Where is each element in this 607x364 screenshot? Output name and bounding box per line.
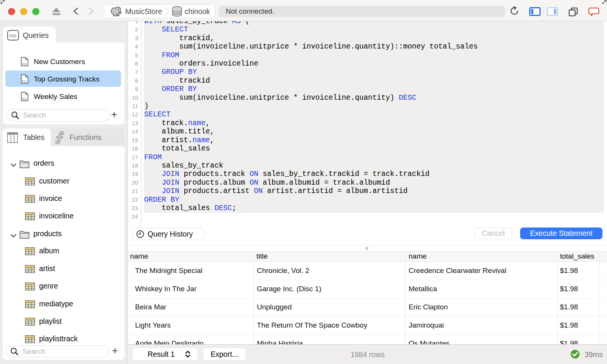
svg-text:SQL: SQL <box>22 80 27 83</box>
svg-text:SQL: SQL <box>22 97 27 100</box>
svg-text:SQL: SQL <box>9 33 17 38</box>
svg-text:SQL: SQL <box>22 63 27 66</box>
